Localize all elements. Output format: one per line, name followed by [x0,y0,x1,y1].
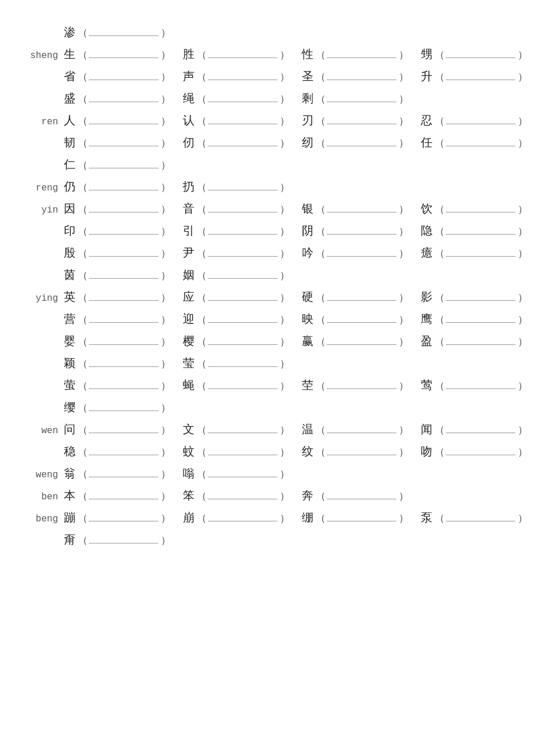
pinyin-ying: ying [29,293,64,304]
beng-row-2: 甭 （ ） [29,531,505,553]
yin-row-3: 殷 （ ） 尹 （ ） 吟 （ ） 癔 （ ） [29,244,505,266]
sheng-row-3: 盛 （ ） 绳 （ ） 剩 （ ） [29,89,505,111]
sheng-row-1: sheng 生 （ ） 胜 （ ） 性 （ ） 甥 （ [29,45,505,67]
wen-row-2: 稳 （ ） 蚊 （ ） 纹 （ ） 吻 （ ） [29,442,505,465]
ren-row-1: ren 人 （ ） 认 （ ） 刃 （ ） 忍 （ [29,111,505,134]
ren-row-3: 仁 （ ） [29,156,505,178]
ying-row-4: 颖 （ ） 莹 （ ） [29,354,505,376]
reng-row-1: reng 仍 （ ） 扔 （ ） [29,178,505,200]
page-content: 渗 （ ） sheng 生 （ ） 胜 （ ） 性 （ [29,23,505,553]
pinyin-beng: beng [29,514,64,524]
ren-row-2: 韧 （ ） 仞 （ ） 纫 （ ） 任 （ ） [29,134,505,156]
yin-row-2: 印 （ ） 引 （ ） 阴 （ ） 隐 （ ） [29,222,505,244]
pinyin-weng: weng [29,470,64,480]
pinyin-reng: reng [29,183,64,193]
pinyin-ren: ren [29,117,64,127]
pinyin-yin: yin [29,205,64,215]
char: 渗 [64,24,75,40]
char-group: 渗 （ ） [64,24,180,40]
ying-row-2: 营 （ ） 迎 （ ） 映 （ ） 鹰 （ ） [29,310,505,332]
sheng-row-2: 省 （ ） 声 （ ） 圣 （ ） 升 （ ） [29,67,505,89]
ying-row-1: ying 英 （ ） 应 （ ） 硬 （ ） 影 （ [29,288,505,310]
pinyin-ben: ben [29,492,64,502]
yin-row-4: 茵 （ ） 姻 （ ） [29,266,505,288]
ying-row-6: 缨 （ ） [29,398,505,420]
ben-row-1: ben 本 （ ） 笨 （ ） 奔 （ ） [29,487,505,509]
beng-row-1: beng 蹦 （ ） 崩 （ ） 绷 （ ） 泵 （ [29,509,505,531]
weng-row-1: weng 翁 （ ） 嗡 （ ） [29,465,505,487]
standalone-row: 渗 （ ） [29,23,505,45]
yin-row-1: yin 因 （ ） 音 （ ） 银 （ ） 饮 （ [29,200,505,222]
wen-row-1: wen 问 （ ） 文 （ ） 温 （ ） 闻 （ [29,420,505,442]
chars-row: 渗 （ ） [64,24,505,40]
pinyin-wen: wen [29,426,64,436]
ying-row-5: 萤 （ ） 蝇 （ ） 茔 （ ） 莺 （ ） [29,376,505,398]
pinyin-sheng: sheng [29,51,64,61]
ying-row-3: 婴 （ ） 樱 （ ） 赢 （ ） 盈 （ ） [29,332,505,354]
